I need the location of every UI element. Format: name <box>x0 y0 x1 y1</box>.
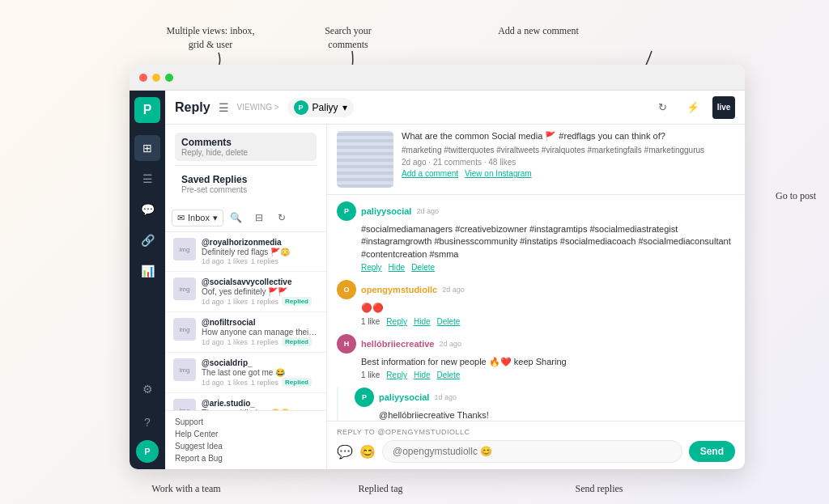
delete-action-2[interactable]: Delete <box>437 371 461 379</box>
annotation-add-comment: Add a new comment <box>486 24 591 38</box>
comments-panel: Comments Reply, hide, delete Saved Repli… <box>165 125 327 469</box>
annotation-search: Search your comments <box>308 24 389 52</box>
report-bug-link[interactable]: Report a Bug <box>175 452 317 464</box>
filter-icon-btn[interactable]: ⊟ <box>249 208 269 227</box>
nav-saved-replies[interactable]: Saved Replies Pre-set comments <box>175 170 317 198</box>
sidebar-item-list[interactable]: ☰ <box>134 166 160 192</box>
annotation-team: Work with a team <box>138 482 235 496</box>
thread-avatar-3: P <box>355 388 374 407</box>
post-info: What are the common Social media 🚩 #redf… <box>402 131 735 188</box>
app-header: Reply ☰ VIEWING > P Paliyy ▾ ↻ ⚡ live <box>165 91 745 125</box>
sidebar-item-links[interactable]: 🔗 <box>134 227 160 253</box>
refresh-icon-btn[interactable]: ↻ <box>651 96 674 119</box>
help-center-link[interactable]: Help Center <box>175 428 317 440</box>
browser-chrome <box>130 65 745 91</box>
browser-window: P ⊞ ☰ 💬 🔗 📊 ⚙ ? P Reply ☰ VIEWING > <box>130 65 745 469</box>
annotation-send-replies: Send replies <box>551 482 648 496</box>
sidebar-logo[interactable]: P <box>134 97 160 123</box>
account-dot: P <box>294 100 308 115</box>
sidebar-avatar[interactable]: P <box>136 440 159 463</box>
thread-actions-1: 1 like Reply Hide Delete <box>337 317 735 326</box>
sidebar-item-settings[interactable]: ⚙ <box>134 376 160 402</box>
like-action-2: 1 like <box>361 371 380 379</box>
inbox-toolbar: ✉ Inbox ▾ 🔍 ⊟ ↻ <box>165 204 326 232</box>
app-container: P ⊞ ☰ 💬 🔗 📊 ⚙ ? P Reply ☰ VIEWING > <box>130 91 745 469</box>
comment-list: img @royalhorizonmedia Definitely red fl… <box>165 232 326 410</box>
notify-badge[interactable]: live <box>712 96 735 119</box>
reply-input[interactable] <box>382 440 682 463</box>
send-button[interactable]: Send <box>689 441 735 462</box>
app-title: Reply <box>175 100 210 115</box>
search-icon-btn[interactable]: 🔍 <box>227 208 246 227</box>
comment-item-4[interactable]: img @arie.studio_ These are hilarious😂😂 … <box>165 393 326 410</box>
support-link[interactable]: Support <box>175 416 317 428</box>
hide-action-2[interactable]: Hide <box>414 371 431 379</box>
sidebar-icons: P ⊞ ☰ 💬 🔗 📊 ⚙ ? P <box>130 91 165 469</box>
comment-item-3[interactable]: img @socialdrip_ The last one got me 😂 1… <box>165 353 326 393</box>
viewing-label: VIEWING > <box>237 103 279 112</box>
thread-actions-2: 1 like Reply Hide Delete <box>337 371 735 379</box>
comment-item-0[interactable]: img @royalhorizonmedia Definitely red fl… <box>165 232 326 272</box>
comment-item-1[interactable]: img @socialsavvycollective Oof, yes defi… <box>165 272 326 312</box>
browser-dot-yellow[interactable] <box>152 74 160 82</box>
post-thumbnail <box>337 131 393 188</box>
annotation-views: Multiple views: inbox, grid & user <box>158 24 263 52</box>
thread-area: P paliyysocial 2d ago #socialmediamanage… <box>327 195 745 421</box>
thread-comment-1: O opengymstudiollc 2d ago 🔴🔴 1 like Repl… <box>337 280 735 325</box>
sidebar-item-grid[interactable]: ⊞ <box>134 135 160 161</box>
hamburger-icon[interactable]: ☰ <box>219 101 229 114</box>
main-content: Reply ☰ VIEWING > P Paliyy ▾ ↻ ⚡ live <box>165 91 745 469</box>
post-thumb-img <box>337 131 393 188</box>
refresh-comments-btn[interactable]: ↻ <box>272 208 291 227</box>
comment-avatar-0: img <box>173 238 196 260</box>
comment-avatar-1: img <box>173 277 196 300</box>
thread-actions-0: Reply Hide Delete <box>337 263 735 272</box>
suggest-idea-link[interactable]: Suggest Idea <box>175 440 317 452</box>
comment-avatar-3: img <box>173 358 196 381</box>
content-row: Comments Reply, hide, delete Saved Repli… <box>165 125 745 469</box>
annotation-replied-tag: Replied tag <box>340 482 421 496</box>
right-panel: What are the common Social media 🚩 #redf… <box>327 125 745 469</box>
thread-comment-2: H hellóbriiecreative 2d ago Best informa… <box>337 334 735 379</box>
emoji-btn-2[interactable]: 😊 <box>359 444 376 460</box>
annotation-go-to-post: Go to post <box>776 190 816 202</box>
like-action-1: 1 like <box>361 317 380 326</box>
lightning-icon-btn[interactable]: ⚡ <box>682 96 704 119</box>
comments-nav: Comments Reply, hide, delete Saved Repli… <box>165 125 326 204</box>
hide-action-1[interactable]: Hide <box>414 317 431 326</box>
post-links: Add a comment View on Instagram <box>402 169 735 178</box>
comment-avatar-4: img <box>173 399 196 410</box>
hide-action-0[interactable]: Hide <box>389 263 406 272</box>
reply-action-2[interactable]: Reply <box>386 371 407 379</box>
view-instagram-link[interactable]: View on Instagram <box>465 169 532 178</box>
reply-action-0[interactable]: Reply <box>361 263 382 272</box>
add-comment-link[interactable]: Add a comment <box>402 169 458 178</box>
sidebar-item-comments[interactable]: 💬 <box>134 197 160 222</box>
bottom-nav-labels: Support Help Center Suggest Idea Report … <box>165 410 326 469</box>
inbox-dropdown[interactable]: ✉ Inbox ▾ <box>172 210 223 227</box>
thread-comment-3: P paliyysocial 1d ago @hellóbriiecreativ… <box>337 388 735 421</box>
comment-avatar-2: img <box>173 318 196 341</box>
delete-action-1[interactable]: Delete <box>437 317 461 326</box>
reply-input-row: 💬 😊 Send <box>337 440 735 463</box>
sidebar-item-analytics[interactable]: 📊 <box>134 258 160 284</box>
thread-avatar-0: P <box>337 201 356 221</box>
sidebar-item-help[interactable]: ? <box>134 409 160 435</box>
delete-action-0[interactable]: Delete <box>411 263 435 272</box>
reply-box: REPLY TO @OPENGYMSTUDIOLLC 💬 😊 Send <box>327 421 745 469</box>
account-selector[interactable]: P Paliyy ▾ <box>287 98 354 117</box>
browser-dot-green[interactable] <box>165 74 173 82</box>
browser-dot-red[interactable] <box>139 74 147 82</box>
emoji-btn[interactable]: 💬 <box>337 444 353 460</box>
nav-comments[interactable]: Comments Reply, hide, delete <box>175 133 317 161</box>
post-preview-area: What are the common Social media 🚩 #redf… <box>327 125 745 195</box>
reply-action-1[interactable]: Reply <box>386 317 407 326</box>
nav-divider <box>175 165 317 166</box>
thread-comment-0: P paliyysocial 2d ago #socialmediamanage… <box>337 201 735 272</box>
thread-avatar-2: H <box>337 334 356 354</box>
thread-avatar-1: O <box>337 280 356 299</box>
comment-item-2[interactable]: img @nofiltrsocial How anyone can manage… <box>165 312 326 353</box>
